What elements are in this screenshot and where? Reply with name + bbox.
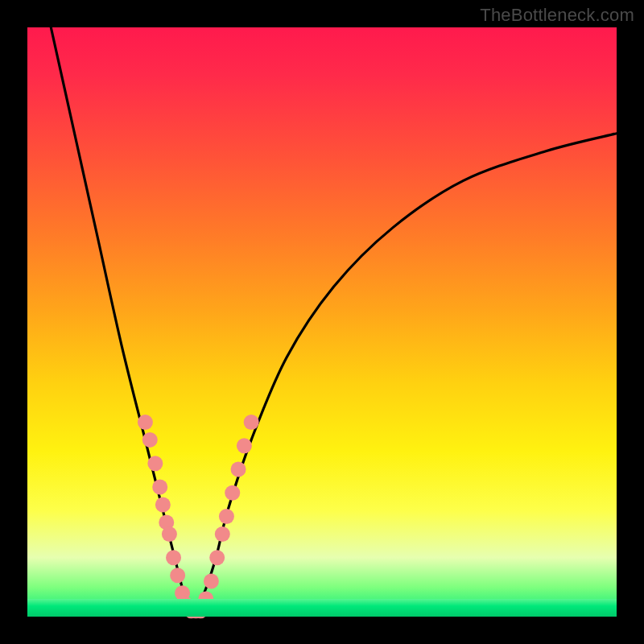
curve-right — [192, 134, 617, 617]
marker-dot — [155, 497, 171, 512]
green-bottom-strip — [27, 599, 617, 617]
marker-dot — [231, 462, 246, 477]
marker-group — [138, 415, 259, 618]
plot-area — [27, 27, 617, 617]
watermark-text: TheBottleneck.com — [480, 5, 634, 26]
marker-dot — [215, 526, 230, 542]
marker-dot — [237, 438, 252, 453]
marker-dot — [138, 415, 153, 430]
marker-dot — [170, 568, 185, 583]
marker-dot — [162, 526, 177, 542]
marker-dot — [219, 509, 234, 524]
chart-svg — [27, 27, 617, 617]
marker-dot — [166, 550, 181, 565]
marker-dot — [244, 415, 259, 430]
marker-dot — [209, 550, 225, 565]
marker-dot — [142, 432, 158, 448]
marker-dot — [147, 456, 163, 471]
marker-dot — [152, 479, 167, 494]
marker-dot — [204, 574, 219, 589]
marker-dot — [225, 485, 240, 501]
